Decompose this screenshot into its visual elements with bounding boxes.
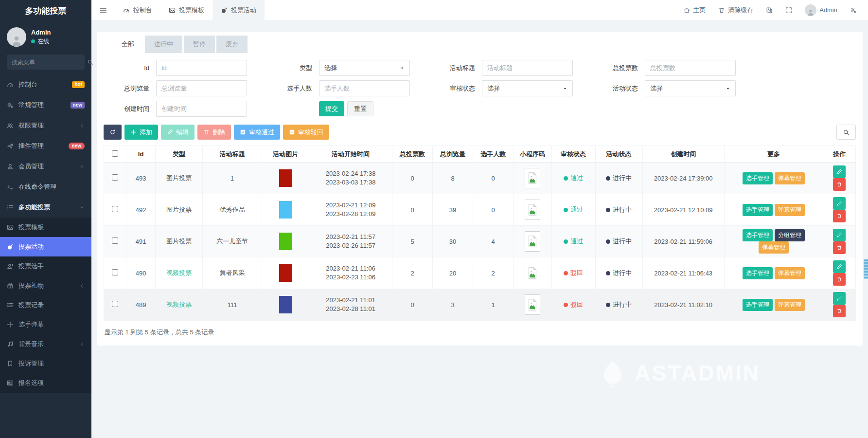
person-icon: [10, 34, 23, 47]
pencil-icon: [167, 129, 173, 135]
row-checkbox[interactable]: [112, 206, 118, 212]
player-manage-button[interactable]: 选手管理: [743, 229, 773, 241]
sidebar-subitem-8[interactable]: 投诉管理: [0, 354, 91, 373]
reset-button[interactable]: 重置: [347, 101, 373, 116]
danmaku-manage-button[interactable]: 弹幕管理: [775, 267, 805, 279]
delete-row-button[interactable]: [833, 305, 846, 317]
filter-input[interactable]: [645, 60, 736, 76]
status-tab-3[interactable]: 暂停: [184, 36, 215, 53]
sidebar-subitem-6[interactable]: 选手弹幕: [0, 315, 91, 334]
row-checkbox[interactable]: [112, 269, 118, 275]
filter-select[interactable]: 选择: [482, 80, 573, 96]
table-search-button[interactable]: [836, 125, 856, 140]
sidebar-menu: 控制台hot常规管理new权限管理插件管理new会员管理在线命令管理多功能投票投…: [0, 74, 91, 393]
player-manage-button[interactable]: 选手管理: [743, 267, 773, 279]
reject-button[interactable]: 审核驳回: [283, 125, 329, 140]
edit-row-button[interactable]: [833, 165, 846, 178]
submit-button[interactable]: 提交: [319, 101, 344, 116]
activity-thumbnail[interactable]: [279, 201, 292, 219]
filter-input[interactable]: [156, 101, 247, 117]
player-manage-button[interactable]: 选手管理: [743, 204, 773, 216]
plus-icon: [130, 129, 137, 135]
filter-input[interactable]: [482, 60, 573, 76]
navbar-tab-3[interactable]: 投票活动: [213, 0, 265, 20]
sidebar-item-1[interactable]: 控制台hot: [0, 74, 91, 95]
danmaku-manage-button[interactable]: 弹幕管理: [775, 172, 805, 184]
sidebar-subitem-9[interactable]: 报名选项: [0, 373, 91, 393]
filter-input[interactable]: [319, 80, 410, 96]
refresh-button[interactable]: [104, 125, 122, 140]
player-manage-button[interactable]: 选手管理: [743, 172, 773, 184]
row-checkbox[interactable]: [112, 174, 118, 181]
delete-row-button[interactable]: [833, 210, 846, 222]
activity-thumbnail[interactable]: [279, 296, 292, 313]
sidebar-item-7[interactable]: 多功能投票: [0, 197, 91, 218]
sidebar-subitem-2[interactable]: 投票活动: [0, 237, 91, 256]
sidebar-item-6[interactable]: 在线命令管理: [0, 177, 91, 197]
row-checkbox[interactable]: [112, 237, 118, 244]
edit-row-button[interactable]: [833, 229, 846, 241]
home-link[interactable]: 主页: [677, 0, 712, 20]
mini-program-qrcode[interactable]: [525, 231, 540, 252]
mini-program-qrcode[interactable]: [525, 200, 540, 220]
language-switch-button[interactable]: [760, 0, 779, 20]
status-tab-1[interactable]: 全部: [112, 36, 143, 53]
sidebar-item-5[interactable]: 会员管理: [0, 156, 91, 177]
menu-toggle-button[interactable]: [91, 0, 115, 20]
filter-select[interactable]: 选择: [319, 60, 410, 76]
filter-input[interactable]: [156, 80, 247, 96]
edit-row-button[interactable]: [833, 260, 846, 273]
approve-button[interactable]: 审核通过: [234, 125, 280, 140]
broken-image-icon: [528, 298, 537, 311]
row-checkbox[interactable]: [112, 301, 118, 307]
mini-program-qrcode[interactable]: [525, 294, 540, 315]
scrollbar-handle[interactable]: [864, 259, 868, 279]
danmaku-manage-button[interactable]: 弹幕管理: [759, 241, 789, 254]
sidebar-item-2[interactable]: 常规管理new: [0, 95, 91, 115]
danmaku-manage-button[interactable]: 弹幕管理: [775, 204, 805, 216]
navbar-tab-2[interactable]: 投票模板: [160, 0, 213, 20]
clear-cache-link[interactable]: 清除缓存: [712, 0, 760, 20]
cell-votes: 2: [392, 257, 432, 289]
cell-start-time: 2023-02-21 12:092023-02-28 12:09: [309, 194, 392, 226]
select-all-checkbox[interactable]: [112, 150, 118, 157]
delete-row-button[interactable]: [833, 273, 846, 286]
user-icon: [7, 163, 14, 170]
group-manage-button[interactable]: 分组管理: [775, 229, 805, 241]
status-tab-4[interactable]: 废弃: [216, 36, 248, 53]
mini-program-qrcode[interactable]: [525, 263, 540, 283]
column-header: 审核状态: [551, 146, 595, 163]
danmaku-manage-button[interactable]: 弹幕管理: [775, 299, 805, 311]
sidebar-subitem-5[interactable]: 投票记录: [0, 295, 91, 315]
user-menu[interactable]: Admin: [798, 0, 844, 20]
player-manage-button[interactable]: 选手管理: [743, 299, 773, 311]
filter-select[interactable]: 选择: [645, 80, 736, 96]
sidebar-subitem-3[interactable]: 投票选手: [0, 256, 91, 276]
activity-thumbnail[interactable]: [279, 233, 292, 250]
edit-row-button[interactable]: [833, 292, 846, 305]
sidebar-subitem-4[interactable]: 投票礼物: [0, 276, 91, 295]
status-tab-2[interactable]: 进行中: [145, 36, 182, 53]
sidebar-subitem-7[interactable]: 背景音乐: [0, 334, 91, 354]
filter-input[interactable]: [156, 60, 247, 76]
delete-row-button[interactable]: [833, 241, 846, 254]
add-button[interactable]: 添加: [124, 125, 158, 140]
settings-button[interactable]: [844, 0, 863, 20]
activity-thumbnail[interactable]: [279, 169, 292, 187]
delete-button[interactable]: 删除: [197, 125, 231, 140]
sidebar-search[interactable]: [7, 55, 85, 70]
cell-more: 选手管理分组管理弹幕管理: [724, 226, 823, 257]
fullscreen-button[interactable]: [779, 0, 798, 20]
mini-program-qrcode[interactable]: [525, 168, 540, 188]
user-panel[interactable]: Admin 在线: [0, 22, 91, 53]
sidebar-item-3[interactable]: 权限管理: [0, 115, 91, 136]
delete-row-button[interactable]: [833, 178, 846, 191]
activity-thumbnail[interactable]: [279, 264, 292, 282]
sidebar-subitem-1[interactable]: 投票模板: [0, 218, 91, 237]
menu-search-input[interactable]: [12, 59, 87, 66]
edit-row-button[interactable]: [833, 197, 846, 210]
menu-badge: new: [69, 143, 85, 149]
navbar-tab-1[interactable]: 控制台: [115, 0, 160, 20]
edit-button[interactable]: 编辑: [161, 125, 195, 140]
sidebar-item-4[interactable]: 插件管理new: [0, 136, 91, 156]
